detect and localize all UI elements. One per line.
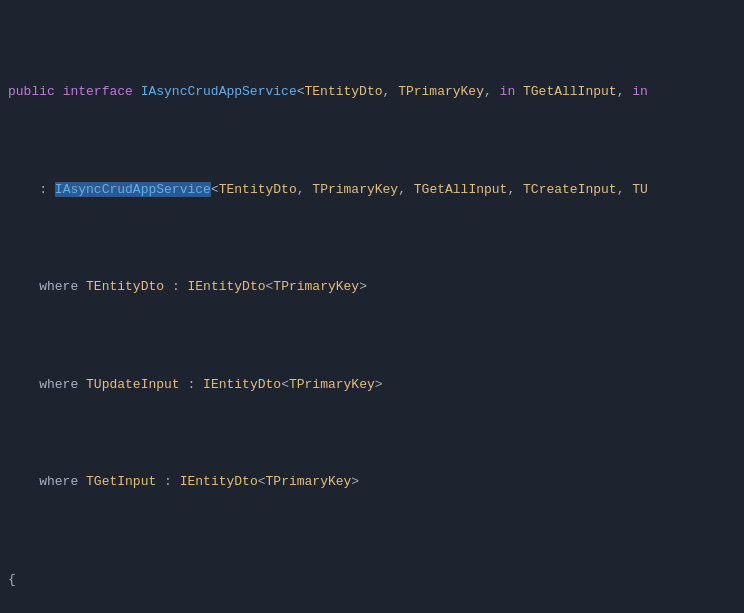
code-line-6: { xyxy=(0,570,744,590)
code-line-2: : IAsyncCrudAppService<TEntityDto, TPrim… xyxy=(0,180,744,200)
code-line-1: public interface IAsyncCrudAppService<TE… xyxy=(0,82,744,102)
code-line-3: where TEntityDto : IEntityDto<TPrimaryKe… xyxy=(0,277,744,297)
code-line-4: where TUpdateInput : IEntityDto<TPrimary… xyxy=(0,375,744,395)
code-editor: public interface IAsyncCrudAppService<TE… xyxy=(0,0,744,613)
code-line-5: where TGetInput : IEntityDto<TPrimaryKey… xyxy=(0,472,744,492)
